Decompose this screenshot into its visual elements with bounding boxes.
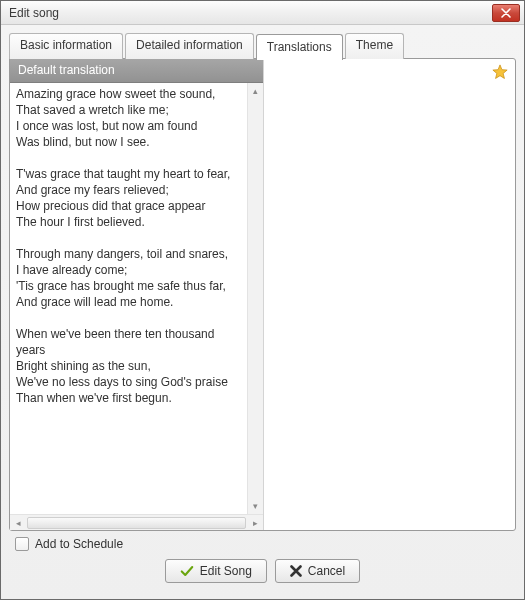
cross-icon — [290, 565, 302, 577]
tab-theme[interactable]: Theme — [345, 33, 404, 59]
translations-left-pane: Default translation Amazing grace how sw… — [10, 59, 264, 530]
window-title: Edit song — [9, 6, 492, 20]
tab-translations[interactable]: Translations — [256, 34, 343, 60]
tab-detailed-information[interactable]: Detailed information — [125, 33, 254, 59]
check-icon — [180, 564, 194, 578]
checkbox-box[interactable] — [15, 537, 29, 551]
tab-label: Translations — [267, 40, 332, 54]
close-icon — [501, 8, 511, 18]
button-label: Edit Song — [200, 564, 252, 578]
tab-basic-information[interactable]: Basic information — [9, 33, 123, 59]
footer-bar: Add to Schedule — [9, 531, 516, 555]
horizontal-scrollbar[interactable]: ◂ ▸ — [10, 514, 263, 530]
button-row: Edit Song Cancel — [9, 555, 516, 591]
tab-label: Detailed information — [136, 38, 243, 52]
checkbox-label: Add to Schedule — [35, 537, 123, 551]
scroll-down-icon[interactable]: ▾ — [248, 498, 263, 514]
dialog-content: Basic information Detailed information T… — [1, 25, 524, 599]
lyrics-text[interactable]: Amazing grace how sweet the sound, That … — [10, 83, 247, 514]
scroll-thumb[interactable] — [27, 517, 246, 529]
dialog-window: Edit song Basic information Detailed inf… — [0, 0, 525, 600]
add-to-schedule-checkbox[interactable]: Add to Schedule — [15, 537, 123, 551]
scroll-up-icon[interactable]: ▴ — [248, 83, 263, 99]
scroll-left-icon[interactable]: ◂ — [10, 515, 26, 531]
star-icon — [491, 63, 509, 81]
scroll-right-icon[interactable]: ▸ — [247, 515, 263, 531]
lyrics-container: Amazing grace how sweet the sound, That … — [10, 83, 263, 514]
tab-strip: Basic information Detailed information T… — [9, 33, 516, 59]
button-label: Cancel — [308, 564, 345, 578]
tab-label: Basic information — [20, 38, 112, 52]
titlebar[interactable]: Edit song — [1, 1, 524, 25]
translations-panel: Default translation Amazing grace how sw… — [9, 58, 516, 531]
translation-header[interactable]: Default translation — [10, 59, 263, 83]
favorite-button[interactable] — [491, 63, 509, 81]
close-button[interactable] — [492, 4, 520, 22]
edit-song-button[interactable]: Edit Song — [165, 559, 267, 583]
cancel-button[interactable]: Cancel — [275, 559, 360, 583]
vertical-scrollbar[interactable]: ▴ ▾ — [247, 83, 263, 514]
translations-right-pane — [264, 59, 515, 530]
tab-label: Theme — [356, 38, 393, 52]
